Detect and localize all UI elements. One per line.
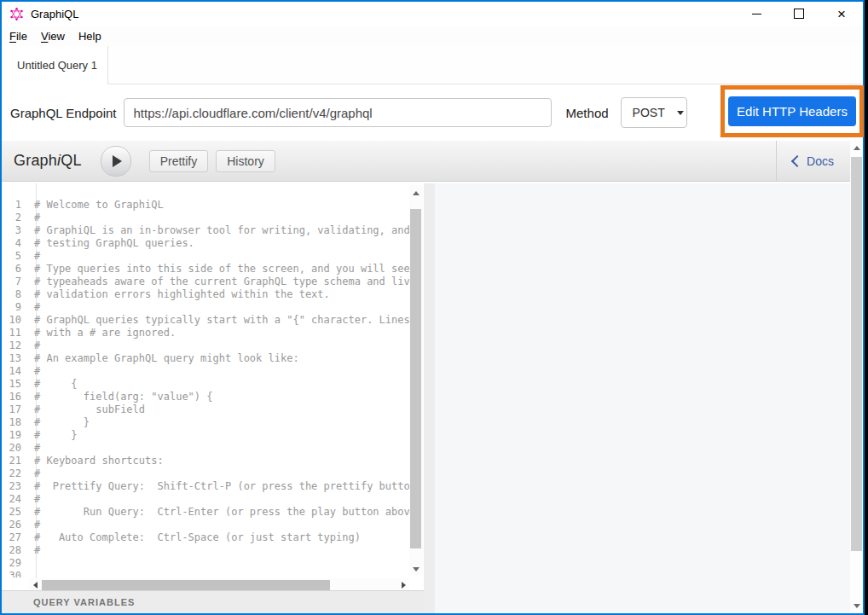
triangle-right-icon xyxy=(402,582,406,589)
line-text xyxy=(29,557,34,570)
line-text: # validation errors highlighted within t… xyxy=(29,288,330,301)
line-number: 23 xyxy=(2,480,29,493)
line-number: 8 xyxy=(2,288,29,301)
triangle-up-icon xyxy=(854,146,860,150)
chevron-down-icon xyxy=(677,111,684,115)
line-number: 11 xyxy=(2,327,29,339)
editor-line: 21# Keyboard shortcuts: xyxy=(2,455,409,467)
close-button[interactable]: × xyxy=(827,2,856,26)
line-number: 10 xyxy=(2,314,29,327)
line-number: 14 xyxy=(2,365,29,378)
editor-vertical-scrollbar[interactable] xyxy=(409,185,423,576)
editor-line: 19# } xyxy=(2,429,409,442)
tab-strip-empty-area xyxy=(108,46,863,84)
line-number: 1 xyxy=(2,199,29,212)
editor-line: 9# xyxy=(2,301,409,314)
minimize-button[interactable] xyxy=(742,2,771,26)
editor-line: 13# An example GraphQL query might look … xyxy=(2,352,409,365)
line-number: 18 xyxy=(2,416,29,429)
menu-file[interactable]: File xyxy=(9,30,27,43)
query-editor[interactable]: 1# Welcome to GraphiQL2#3# GraphiQL is a… xyxy=(2,183,424,592)
endpoint-label: GraphQL Endpoint xyxy=(10,106,117,120)
query-variables-bar[interactable]: QUERY VARIABLES xyxy=(2,590,424,613)
line-text: # testing GraphQL queries. xyxy=(29,237,194,250)
menu-help[interactable]: Help xyxy=(78,30,101,43)
editor-line: 12# xyxy=(2,339,409,352)
window-vertical-scrollbar[interactable] xyxy=(850,141,863,613)
triangle-up-icon xyxy=(413,191,420,195)
line-text: # Type queries into this side of the scr… xyxy=(29,263,409,276)
line-number: 3 xyxy=(2,224,29,237)
editor-line: 28# xyxy=(2,544,409,557)
line-number: 6 xyxy=(2,263,29,276)
docs-toggle[interactable]: Docs xyxy=(776,141,850,181)
line-number: 15 xyxy=(2,378,29,391)
editor-line: 26# xyxy=(2,519,409,531)
graphiql-logo-text: GraphiQL xyxy=(14,152,82,170)
window-title: GraphiQL xyxy=(31,8,78,20)
editor-line: 15# { xyxy=(2,378,409,391)
line-text: # field(arg: "value") { xyxy=(29,391,213,403)
endpoint-url-input[interactable] xyxy=(124,98,552,127)
result-pane xyxy=(435,183,850,613)
line-number: 4 xyxy=(2,237,29,250)
title-bar: GraphiQL × xyxy=(2,2,863,26)
edit-http-headers-button[interactable]: Edit HTTP Headers xyxy=(728,96,856,126)
editor-line: 10# GraphQL queries typically start with… xyxy=(2,314,409,327)
method-selected-value: POST xyxy=(633,106,665,119)
scroll-down-arrow[interactable] xyxy=(850,599,863,613)
graphiql-toolbar: GraphiQL Prettify History Docs xyxy=(2,141,850,182)
play-icon xyxy=(113,155,122,167)
graphql-logo-icon xyxy=(10,8,23,20)
line-number: 5 xyxy=(2,250,29,263)
prettify-button[interactable]: Prettify xyxy=(149,150,209,172)
pane-resize-handle[interactable] xyxy=(424,183,435,613)
line-text: # xyxy=(29,467,40,480)
line-number: 13 xyxy=(2,352,29,365)
editor-lines[interactable]: 1# Welcome to GraphiQL2#3# GraphiQL is a… xyxy=(2,199,409,577)
line-number: 19 xyxy=(2,429,29,442)
line-number: 25 xyxy=(2,506,29,519)
line-text: # GraphiQL is an in-browser tool for wri… xyxy=(29,224,409,237)
editor-hscroll-thumb[interactable] xyxy=(42,580,330,590)
line-number: 26 xyxy=(2,519,29,531)
editor-scroll-up-arrow[interactable] xyxy=(409,187,423,200)
triangle-left-icon xyxy=(33,582,38,589)
editor-line: 22# xyxy=(2,467,409,480)
menu-view[interactable]: View xyxy=(41,30,65,43)
line-text: # Run Query: Ctrl-Enter (or press the pl… xyxy=(29,506,409,519)
editor-line: 20# xyxy=(2,442,409,455)
method-dropdown[interactable]: POST xyxy=(621,97,687,128)
line-text: # Auto Complete: Ctrl-Space (or just sta… xyxy=(29,531,361,544)
line-number: 24 xyxy=(2,493,29,506)
annotation-highlight-box: Edit HTTP Headers xyxy=(720,85,864,137)
triangle-down-icon xyxy=(413,567,420,571)
editor-scroll-down-arrow[interactable] xyxy=(409,563,423,576)
maximize-button[interactable] xyxy=(784,2,813,26)
scroll-up-arrow[interactable] xyxy=(850,141,863,155)
main-area: 1# Welcome to GraphiQL2#3# GraphiQL is a… xyxy=(2,182,850,613)
line-text xyxy=(29,570,34,577)
line-number: 28 xyxy=(2,544,29,557)
line-number: 9 xyxy=(2,301,29,314)
tab-label: Untitled Query 1 xyxy=(17,59,97,72)
history-button[interactable]: History xyxy=(216,150,275,172)
docs-label: Docs xyxy=(807,154,834,168)
editor-line: 8# validation errors highlighted within … xyxy=(2,288,409,301)
line-text: # Prettify Query: Shift-Ctrl-P (or press… xyxy=(29,480,409,493)
line-number: 27 xyxy=(2,531,29,544)
close-icon: × xyxy=(837,7,846,21)
editor-line: 1# Welcome to GraphiQL xyxy=(2,199,409,212)
menu-bar: FileViewHelp xyxy=(2,26,863,46)
line-text: # xyxy=(29,365,40,378)
line-text: # xyxy=(29,493,40,506)
line-text: # } xyxy=(29,416,90,429)
execute-query-button[interactable] xyxy=(101,146,131,177)
editor-vscroll-thumb[interactable] xyxy=(410,209,421,548)
tab-untitled-query-1[interactable]: Untitled Query 1 xyxy=(7,46,108,84)
editor-line: 17# subField xyxy=(2,403,409,416)
line-text: # { xyxy=(29,378,78,391)
triangle-down-icon xyxy=(854,604,860,608)
window-scrollbar-thumb[interactable] xyxy=(851,157,862,551)
line-text: # GraphQL queries typically start with a… xyxy=(29,314,409,327)
